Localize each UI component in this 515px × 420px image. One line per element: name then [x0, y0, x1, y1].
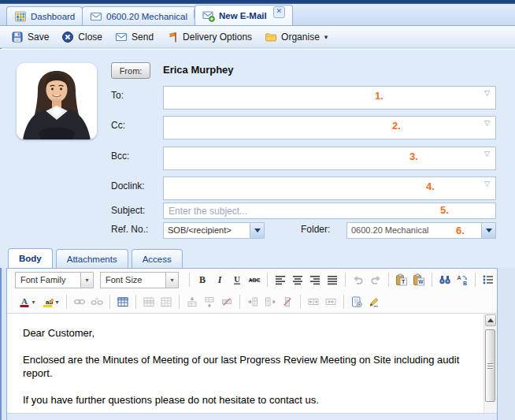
- mail-icon: [90, 10, 102, 23]
- replace-button[interactable]: AB: [454, 271, 471, 288]
- toolbar-button-label: Organise: [281, 32, 320, 43]
- align-right-button[interactable]: [306, 271, 324, 288]
- new-email-window: Dashboard 0600.20 Mechanical ✕ New E-Mai…: [0, 0, 515, 420]
- toolbar-separator: [189, 273, 190, 287]
- toolbar-separator: [388, 273, 389, 287]
- folder-value: 0600.20 Mechanical 6.: [347, 223, 481, 238]
- close-button[interactable]: Close: [61, 31, 102, 43]
- annotation-number: 2.: [392, 120, 401, 132]
- unlink-icon: [91, 295, 103, 308]
- folder-label: Folder:: [301, 224, 330, 235]
- main-toolbar: SaveCloseSendDelivery OptionsOrganise▾: [0, 26, 515, 48]
- bullet-list-button[interactable]: [480, 271, 497, 288]
- to-label: To:: [111, 90, 124, 101]
- vertical-scrollbar[interactable]: [484, 314, 497, 413]
- organise-button[interactable]: Organise▾: [265, 31, 328, 43]
- to-field[interactable]: 1.▽: [163, 86, 496, 110]
- editor-body[interactable]: Dear Customer,Enclosed are the Minutes o…: [7, 314, 497, 413]
- expand-triangle-icon[interactable]: ▽: [484, 89, 490, 97]
- from-button[interactable]: From:: [111, 62, 150, 79]
- delivery-flag-icon: [166, 31, 179, 43]
- body-paragraph: If you have further questions please do …: [23, 393, 465, 407]
- scrollbar-grip: [487, 363, 493, 370]
- align-left-button[interactable]: [272, 271, 289, 288]
- tab-close-icon[interactable]: ✕: [273, 6, 285, 18]
- align-center-button[interactable]: [289, 271, 306, 288]
- find-button[interactable]: [436, 271, 454, 288]
- expand-triangle-icon[interactable]: ▽: [484, 180, 490, 188]
- color-caret-icon[interactable]: ▾: [55, 299, 58, 306]
- toolbar-separator: [179, 295, 180, 309]
- tab-attachments[interactable]: Attachments: [56, 249, 128, 268]
- undo-icon: [352, 273, 365, 286]
- strikethrough-button[interactable]: ABC: [246, 271, 263, 288]
- html-source-button[interactable]: [348, 293, 365, 310]
- cell-props-button: [157, 293, 175, 310]
- annotation-number: 1.: [375, 90, 383, 102]
- insert-table-button[interactable]: [114, 293, 132, 310]
- insert-table-icon: [117, 295, 129, 308]
- align-justify-button[interactable]: [324, 271, 341, 288]
- link-icon: [73, 295, 86, 308]
- dashboard-grid-icon: [14, 10, 27, 23]
- col-before-icon: [246, 295, 259, 308]
- align-justify-icon: [326, 273, 339, 286]
- scroll-up-icon[interactable]: [485, 314, 496, 326]
- close-circle-icon: [61, 31, 74, 43]
- font-size-select[interactable]: Font Size▾: [100, 272, 179, 288]
- tab-new-email[interactable]: New E-Mail ✕: [195, 5, 293, 25]
- expand-triangle-icon[interactable]: ▽: [484, 119, 490, 127]
- toolbar-button-label: Save: [28, 32, 49, 43]
- annotation-number: 4.: [426, 180, 435, 192]
- underline-button[interactable]: U: [228, 271, 246, 288]
- select-value: Font Size: [101, 273, 165, 288]
- paste-word-icon: W: [413, 273, 425, 286]
- font-color-button[interactable]: A▾: [15, 293, 39, 310]
- row-before-icon: [186, 295, 198, 308]
- font-family-select[interactable]: Font Family▾: [15, 272, 94, 288]
- select-caret-icon[interactable]: ▾: [165, 273, 178, 288]
- from-name: Erica Murphey: [163, 64, 234, 76]
- italic-button[interactable]: I: [211, 271, 228, 288]
- ref-no-select[interactable]: SOB/<recipient>: [163, 222, 265, 239]
- bcc-field[interactable]: 3.▽: [163, 147, 496, 170]
- svg-text:T: T: [402, 279, 406, 284]
- paste-text-button[interactable]: T: [393, 271, 410, 288]
- highlight-button[interactable]: ab▾: [39, 293, 62, 310]
- svg-text:A: A: [458, 275, 461, 281]
- tab-label: Dashboard: [31, 12, 75, 21]
- bold-button[interactable]: B: [194, 271, 211, 288]
- tab-0600-20-mechanical[interactable]: 0600.20 Mechanical ✕: [82, 6, 213, 25]
- tab-access[interactable]: Access: [132, 249, 183, 268]
- align-left-icon: [274, 273, 287, 286]
- signature-button[interactable]: [365, 293, 383, 310]
- tab-body[interactable]: Body: [8, 248, 53, 268]
- recipient-row-cc: Cc:2.▽: [0, 116, 515, 139]
- row-props-button: [140, 293, 157, 310]
- dropdown-arrow-icon[interactable]: [481, 223, 495, 238]
- body-paragraph: Dear Customer,: [23, 326, 465, 340]
- cc-field[interactable]: 2.▽: [163, 116, 496, 139]
- recipient-row-doclink: Doclink:4.▽: [0, 177, 515, 200]
- send-mail-icon: [115, 31, 128, 43]
- dropdown-arrow-icon[interactable]: [250, 223, 264, 238]
- tab-dashboard[interactable]: Dashboard: [6, 6, 83, 25]
- select-caret-icon[interactable]: ▾: [80, 273, 93, 288]
- send-button[interactable]: Send: [115, 31, 154, 43]
- paste-word-button[interactable]: W: [410, 271, 428, 288]
- folder-select[interactable]: 0600.20 Mechanical 6.: [346, 222, 496, 239]
- toolbar-separator: [109, 295, 110, 309]
- scrollbar-thumb[interactable]: [485, 329, 495, 402]
- delivery-options-button[interactable]: Delivery Options: [166, 31, 252, 43]
- highlight-icon: ab: [42, 295, 54, 308]
- save-button[interactable]: Save: [11, 31, 49, 43]
- tab-label: New E-Mail: [219, 11, 267, 20]
- color-caret-icon[interactable]: ▾: [31, 299, 35, 306]
- doclink-field[interactable]: 4.▽: [163, 177, 496, 200]
- delete-row-button: [218, 293, 235, 310]
- toolbar-button-label: Delivery Options: [183, 32, 252, 43]
- toolbar-separator: [239, 295, 240, 309]
- expand-triangle-icon[interactable]: ▽: [484, 150, 490, 158]
- toolbar-button-label: Send: [132, 32, 154, 43]
- find-icon: [439, 273, 451, 286]
